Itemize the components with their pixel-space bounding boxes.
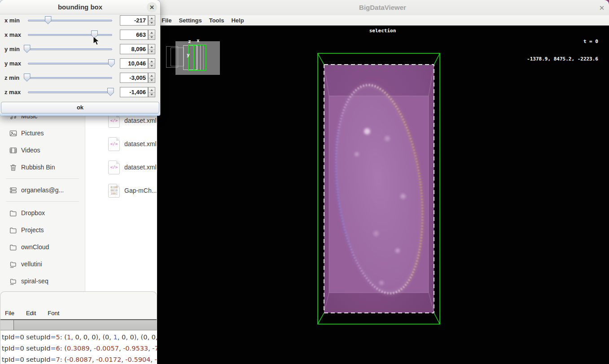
slider-y-min[interactable] bbox=[28, 42, 112, 56]
slider-label-z-min: z min bbox=[4, 71, 26, 85]
folder-icon bbox=[9, 209, 18, 217]
slider-track[interactable] bbox=[28, 48, 112, 50]
ok-button[interactable]: ok bbox=[1, 102, 159, 113]
slider-thumb[interactable] bbox=[107, 88, 114, 96]
nav-slice-line bbox=[203, 45, 204, 70]
console-menu-edit[interactable]: Edit bbox=[26, 310, 36, 316]
nav-slab-outline bbox=[171, 48, 184, 66]
value-field-y-max[interactable]: 10,046 bbox=[120, 58, 148, 69]
spin-down-icon[interactable] bbox=[149, 49, 155, 54]
dialog-row-y-min: y min8,096 bbox=[0, 42, 160, 56]
sidebar-item-label: ownCloud bbox=[21, 243, 49, 251]
file-item[interactable]: 010000101001Gap-mCh... bbox=[85, 184, 156, 203]
value-field-y-min[interactable]: 8,096 bbox=[120, 44, 148, 54]
sidebar-item-label: Videos bbox=[21, 147, 40, 154]
sidebar-item-organelas-g[interactable]: organelas@g... bbox=[0, 182, 85, 199]
dialog-row-z-min: z min-3,005 bbox=[0, 71, 160, 85]
sidebar-item-label: Projects bbox=[21, 226, 44, 234]
spin-down-icon[interactable] bbox=[149, 64, 155, 69]
screen: BigDataViewer ✕ File Settings Tools Help… bbox=[0, 0, 609, 364]
console-log-area[interactable]: tpId=0 setupId=5: (1, 0, 0, 0), (0, 1, 0… bbox=[0, 330, 157, 364]
console-log-line: tpId=0 setupId=6: (0.3089, -0.0057, -0.9… bbox=[2, 343, 157, 354]
bigdataviewer-window: BigDataViewer ✕ File Settings Tools Help… bbox=[156, 0, 609, 364]
file-name-label: dataset.xml bbox=[124, 114, 156, 128]
spinner-y-min bbox=[148, 44, 155, 54]
bdv-close-icon[interactable]: ✕ bbox=[598, 4, 606, 12]
dialog-row-z-max: z max-1,406 bbox=[0, 85, 160, 100]
slider-track[interactable] bbox=[28, 34, 112, 36]
sidebar-item-label: Dropbox bbox=[21, 209, 45, 217]
spin-down-icon[interactable] bbox=[149, 78, 155, 83]
dialog-row-y-max: y max10,046 bbox=[0, 56, 160, 71]
slider-z-max[interactable] bbox=[28, 85, 112, 100]
bdv-menu-settings[interactable]: Settings bbox=[175, 17, 205, 24]
console-scrollbar-thumb[interactable] bbox=[0, 320, 14, 330]
bdv-window-title: BigDataViewer bbox=[156, 4, 609, 11]
xml-file-icon: </> bbox=[108, 114, 120, 128]
sidebar-item-owncloud[interactable]: ownCloud bbox=[0, 238, 85, 256]
console-menu-font[interactable]: Font bbox=[48, 310, 59, 316]
file-name-label: Gap-mCh... bbox=[124, 184, 156, 198]
console-titlebar[interactable] bbox=[0, 292, 157, 307]
dialog-titlebar[interactable]: bounding box ✕ bbox=[0, 0, 160, 14]
nav-axis-x-label: x bbox=[197, 38, 200, 43]
console-scrollbar[interactable] bbox=[0, 319, 157, 330]
sidebar-item-rubbish-bin[interactable]: Rubbish Bin bbox=[0, 159, 85, 176]
spinner-z-min bbox=[148, 73, 155, 83]
picture-icon bbox=[9, 129, 18, 138]
slider-x-min[interactable] bbox=[28, 13, 112, 28]
spin-down-icon[interactable] bbox=[149, 35, 155, 40]
console-log-line: tpId=0 setupId=7: (-0.8087, -0.0172, -0.… bbox=[2, 354, 157, 364]
slider-label-x-max: x max bbox=[4, 28, 26, 42]
nav-axis-z-label: z bbox=[188, 39, 191, 44]
sidebar-item-pictures[interactable]: Pictures bbox=[0, 125, 85, 142]
dialog-close-icon[interactable]: ✕ bbox=[147, 2, 157, 13]
video-icon bbox=[9, 146, 18, 155]
bdv-menu-tools[interactable]: Tools bbox=[206, 17, 228, 24]
bdv-menu-file[interactable]: File bbox=[158, 17, 175, 24]
sidebar-item-label: spiral-seq bbox=[21, 277, 48, 285]
slider-track[interactable] bbox=[28, 20, 112, 22]
bdv-3d-viewport[interactable]: selection t = 0 -1378.9, 8475.2, -2223.6… bbox=[156, 26, 609, 364]
slider-z-min[interactable] bbox=[28, 71, 112, 85]
dialog-row-x-min: x min-217 bbox=[0, 13, 160, 28]
bdv-menu-help[interactable]: Help bbox=[228, 17, 247, 24]
sidebar-item-dropbox[interactable]: Dropbox bbox=[0, 204, 85, 221]
nav-slice-line bbox=[200, 45, 201, 70]
nav-green-slice-line bbox=[193, 45, 194, 70]
sidebar-item-spiral-seq[interactable]: spiral-seq bbox=[0, 273, 85, 290]
sidebar-item-label: Pictures bbox=[21, 130, 44, 137]
slider-thumb[interactable] bbox=[45, 16, 52, 24]
bdv-titlebar[interactable]: BigDataViewer ✕ bbox=[156, 0, 609, 15]
slider-x-max[interactable] bbox=[28, 28, 112, 42]
sidebar-separator bbox=[6, 201, 79, 202]
console-log-line: tpId=0 setupId=5: (1, 0, 0, 0), (0, 1, 0… bbox=[2, 332, 157, 343]
sidebar-item-label: organelas@g... bbox=[21, 186, 64, 194]
slider-track[interactable] bbox=[28, 91, 112, 93]
value-field-z-max[interactable]: -1,406 bbox=[120, 87, 148, 97]
slider-y-max[interactable] bbox=[28, 56, 112, 71]
slider-track[interactable] bbox=[28, 63, 112, 65]
value-field-z-min[interactable]: -3,005 bbox=[120, 73, 148, 83]
spinner-y-max bbox=[148, 58, 155, 69]
sidebar-separator bbox=[6, 178, 79, 179]
console-window: File Edit Font tpId=0 setupId=5: (1, 0, … bbox=[0, 291, 157, 364]
value-field-x-min[interactable]: -217 bbox=[120, 15, 148, 26]
slider-thumb[interactable] bbox=[108, 59, 115, 67]
server-icon bbox=[9, 186, 18, 195]
file-item[interactable]: </>dataset.xml bbox=[85, 160, 156, 179]
slider-track[interactable] bbox=[28, 77, 112, 79]
sidebar-item-videos[interactable]: Videos bbox=[0, 142, 85, 159]
spin-down-icon[interactable] bbox=[149, 21, 155, 26]
sidebar-item-projects[interactable]: Projects bbox=[0, 221, 85, 238]
value-field-x-max[interactable]: 663 bbox=[120, 30, 148, 40]
spin-down-icon[interactable] bbox=[149, 92, 155, 97]
console-menu-file[interactable]: File bbox=[5, 310, 14, 316]
bounding-box-dialog: bounding box ✕ x min-217x max663y min8,0… bbox=[0, 0, 160, 116]
file-item[interactable]: </>dataset.xml bbox=[85, 137, 156, 156]
sidebar-item-vellutini[interactable]: vellutini bbox=[0, 256, 85, 273]
file-item[interactable]: </>dataset.xml bbox=[85, 114, 156, 133]
spinner-z-max bbox=[148, 87, 155, 97]
dialog-title: bounding box bbox=[0, 3, 160, 11]
slider-thumb[interactable] bbox=[91, 30, 98, 39]
